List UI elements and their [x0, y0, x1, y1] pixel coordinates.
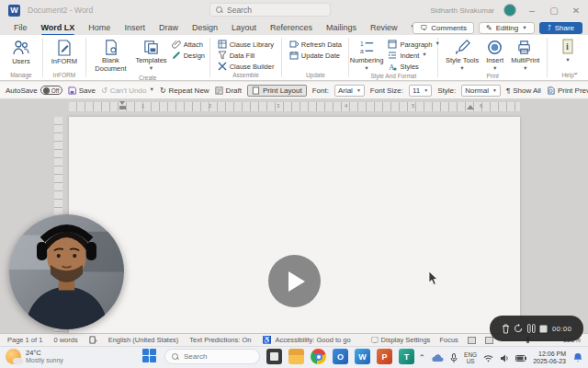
close-button[interactable]: ✕ — [570, 6, 582, 16]
pause-recording-button[interactable] — [527, 324, 536, 333]
font-size-label: Font Size: — [370, 86, 403, 95]
focus-mode[interactable]: Focus — [439, 336, 458, 344]
draft-button[interactable]: Draft — [215, 86, 242, 95]
language-indicator[interactable]: English (United States) — [108, 336, 179, 344]
taskbar-search-input[interactable] — [184, 352, 257, 361]
multiprint-button[interactable]: MultiPrint ▼ — [508, 38, 542, 72]
indent-marker-left[interactable] — [119, 101, 126, 111]
tab-design[interactable]: Design — [186, 21, 224, 35]
style-label: Style: — [437, 86, 456, 95]
volume-icon[interactable] — [500, 354, 509, 362]
chevron-down-icon: ▼ — [424, 88, 428, 93]
style-select[interactable]: Normal ▼ — [461, 85, 501, 97]
print-layout-button[interactable]: Print Layout — [247, 85, 307, 97]
group-help: i ▼ Help — [548, 35, 588, 80]
hidden-icons-chevron[interactable]: ⌃ — [419, 354, 426, 362]
restart-recording-button[interactable] — [514, 324, 523, 333]
indent-button[interactable]: Indent ▼ — [388, 51, 426, 60]
accessibility-status[interactable]: Accessibility: Good to go — [275, 336, 350, 344]
wifi-icon[interactable] — [483, 354, 493, 362]
repeat-new-button[interactable]: ↻ Repeat New — [160, 86, 209, 95]
proofing-icon[interactable] — [89, 336, 97, 344]
tab-layout[interactable]: Layout — [225, 21, 263, 35]
inform-button[interactable]: InFORM — [49, 38, 80, 67]
teams-app-button[interactable]: T — [399, 349, 414, 364]
save-button[interactable]: Save — [68, 86, 96, 95]
chevron-down-icon: ▼ — [523, 66, 527, 72]
powerpoint-button[interactable]: P — [377, 349, 392, 364]
display-settings[interactable]: Display Settings — [381, 336, 431, 344]
notification-bell-icon[interactable] — [572, 352, 583, 363]
delete-recording-button[interactable] — [502, 324, 510, 334]
tab-home[interactable]: Home — [82, 21, 117, 35]
show-all-button[interactable]: ¶ Show All — [506, 86, 541, 95]
taskbar-clock[interactable]: 12:06 PM 2025-06-23 — [533, 351, 566, 366]
style-tools-button[interactable]: Style Tools ▼ — [443, 38, 481, 72]
read-mode-icon[interactable] — [468, 337, 476, 344]
language-switcher[interactable]: ENG US — [464, 351, 477, 364]
word-taskbar-button[interactable]: W — [355, 349, 370, 364]
system-tray: ⌃ ENG US 12:06 PM 2025-06-23 — [419, 347, 583, 368]
accessibility-icon: ♿ — [262, 336, 271, 344]
design-button[interactable]: Design — [172, 51, 205, 60]
minimize-button[interactable]: – — [526, 6, 538, 16]
print-layout-view-icon[interactable] — [485, 337, 493, 344]
title-search-box[interactable] — [209, 3, 331, 17]
indent-marker-right[interactable] — [467, 105, 474, 109]
refresh-data-button[interactable]: Refresh Data — [289, 40, 342, 49]
insert-button[interactable]: Insert ▼ — [483, 38, 506, 72]
inform-icon — [55, 39, 74, 57]
clause-builder-icon — [218, 62, 227, 71]
data-fill-button[interactable]: Data Fill — [218, 51, 255, 60]
styles-button[interactable]: A Styles — [388, 62, 418, 71]
video-play-button[interactable] — [268, 255, 321, 307]
start-button[interactable] — [142, 349, 158, 364]
tab-review[interactable]: Review — [364, 21, 404, 35]
title-search-input[interactable] — [227, 6, 319, 15]
templates-button[interactable]: Templates ▼ — [132, 38, 169, 72]
taskbar-weather-widget[interactable]: 24°C Mostly sunny — [6, 349, 63, 364]
group-label-style-and-format: Style And Format — [370, 72, 416, 81]
file-explorer-button[interactable] — [288, 349, 304, 364]
tab-insert[interactable]: Insert — [118, 21, 152, 35]
print-preview-edit-mode-button[interactable]: Print Preview Edit Mode — [547, 86, 588, 95]
tab-word-lx[interactable]: Word LX — [35, 21, 82, 35]
microphone-icon[interactable] — [450, 353, 458, 363]
tab-draw[interactable]: Draw — [153, 21, 185, 35]
restore-button[interactable]: ▢ — [548, 6, 560, 16]
clause-builder-button[interactable]: Clause Builder — [218, 62, 275, 71]
text-predictions[interactable]: Text Predictions: On — [189, 336, 251, 344]
refresh-data-icon — [289, 40, 299, 49]
taskbar-search-box[interactable] — [164, 349, 260, 364]
font-select[interactable]: Arial ▼ — [334, 85, 365, 97]
tab-file[interactable]: File — [7, 21, 34, 35]
taskbar: 24°C Mostly sunny O W P T ⌃ ENG US — [0, 346, 588, 368]
word-count[interactable]: 0 words — [53, 336, 77, 344]
chrome-button[interactable] — [311, 349, 326, 364]
paragraph-button[interactable]: Paragraph ▼ — [388, 40, 439, 49]
editing-dropdown[interactable]: ✎ Editing ▼ — [479, 22, 535, 34]
comments-button[interactable]: 🗨 Comments — [413, 22, 474, 34]
stop-recording-button[interactable] — [539, 325, 548, 333]
page-indicator[interactable]: Page 1 of 1 — [7, 336, 42, 344]
cant-undo-button[interactable]: ↺ Can't Undo ▼ — [101, 86, 154, 95]
font-size-select[interactable]: 11 ▼ — [409, 85, 432, 97]
share-button[interactable]: ⤴ Share — [539, 22, 582, 34]
clause-library-button[interactable]: Clause Library — [218, 40, 274, 49]
blank-document-button[interactable]: Blank Document — [90, 38, 130, 74]
autosave-toggle[interactable]: AutoSave Off — [6, 86, 62, 95]
tab-references[interactable]: References — [264, 21, 319, 35]
task-view-button[interactable] — [266, 349, 282, 364]
outlook-button[interactable]: O — [333, 349, 348, 364]
numbering-button[interactable]: 1a Numbering ▼ — [347, 38, 387, 72]
users-button[interactable]: Users — [9, 38, 33, 67]
battery-icon[interactable] — [515, 355, 526, 362]
update-date-button[interactable]: Update Date — [289, 51, 340, 60]
collapse-ribbon-icon[interactable]: ⌄ — [572, 68, 579, 76]
tab-mailings[interactable]: Mailings — [320, 21, 363, 35]
onedrive-icon[interactable] — [432, 354, 444, 362]
help-info-button[interactable]: i ▼ — [558, 38, 578, 64]
attach-button[interactable]: Attach — [172, 40, 205, 49]
user-avatar[interactable] — [503, 4, 516, 17]
mouse-cursor — [428, 271, 439, 286]
